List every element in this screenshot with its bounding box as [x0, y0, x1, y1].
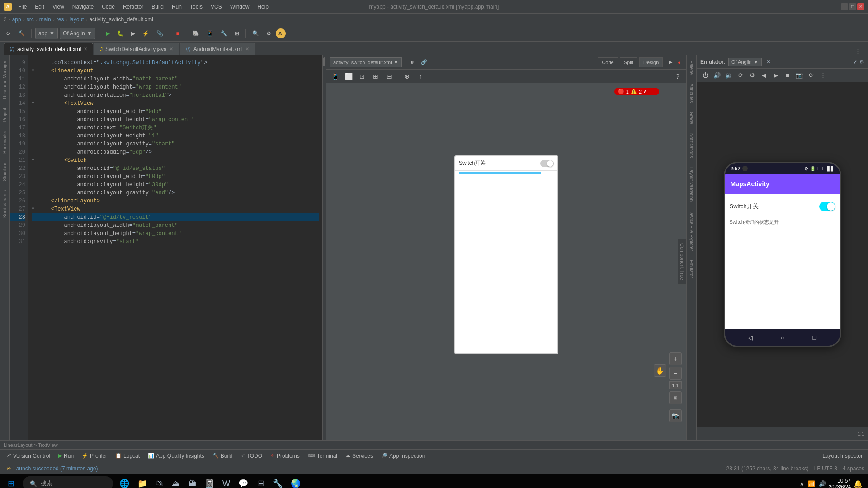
device-dropdown[interactable]: Of Anglin ▼ — [60, 28, 95, 39]
design-stop-btn[interactable]: ● — [676, 57, 683, 67]
tab-close-xml[interactable]: ✕ — [84, 47, 87, 52]
taskbar-rdp[interactable]: 🖥 — [253, 475, 268, 488]
sidebar-tab-resource-manager[interactable]: Resource Manager — [1, 57, 9, 103]
sidebar-tab-bookmarks[interactable]: Bookmarks — [1, 127, 9, 157]
design-orientation-btn[interactable]: 📱 — [330, 71, 340, 81]
design-code-btn[interactable]: Code — [598, 57, 618, 67]
emu-dots-btn[interactable]: ⋮ — [818, 70, 828, 80]
menu-edit[interactable]: Edit — [31, 3, 48, 11]
hand-tool-btn[interactable]: ✋ — [654, 364, 666, 377]
breadcrumb-app[interactable]: app — [12, 16, 21, 23]
emu-recent-btn[interactable]: □ — [810, 333, 819, 342]
design-file-selector[interactable]: activity_switch_default.xml ▼ — [330, 57, 402, 67]
run-button[interactable]: ▶ — [103, 28, 113, 39]
breadcrumb-src[interactable]: src — [27, 16, 34, 23]
sidebar-tab-attributes[interactable]: Attributes — [688, 80, 695, 106]
tab-java-switch[interactable]: J SwitchDefaultActivity.java ✕ — [94, 43, 179, 55]
emu-home-btn[interactable]: ○ — [778, 333, 787, 342]
toolbar-sync-btn[interactable]: ⟳ — [4, 28, 14, 39]
menu-navigate[interactable]: Navigate — [69, 3, 97, 11]
tab-close-java[interactable]: ✕ — [170, 47, 173, 52]
notification-center-btn[interactable]: 🔔 — [854, 479, 863, 488]
menu-tools[interactable]: Tools — [186, 3, 206, 11]
screenshot-btn[interactable]: 📷 — [669, 409, 682, 422]
app-quality-btn[interactable]: 📊 App Quality Insights — [144, 451, 208, 461]
tab-close-manifest[interactable]: ✕ — [245, 47, 249, 52]
fold-icon-10[interactable]: ▼ — [32, 67, 38, 75]
sidebar-tab-structure[interactable]: Structure — [1, 159, 9, 185]
design-canvas[interactable]: 🔴 1 ⚠️ 2 ∧ ⋯ Switch开关 ✋ + − 1:1 — [326, 83, 686, 440]
emu-more-btn[interactable]: ⟳ — [806, 70, 816, 80]
breadcrumb-main[interactable]: main — [39, 16, 51, 23]
taskbar-search[interactable]: 🔍 搜索 — [23, 476, 113, 488]
design-eye-btn[interactable]: 👁 — [408, 57, 416, 67]
profiler-btn[interactable]: ⚡ Profiler — [78, 451, 111, 461]
terminal-btn[interactable]: ⌨ Terminal — [304, 451, 341, 461]
taskbar-edge[interactable]: 🌐 — [116, 475, 133, 488]
menu-view[interactable]: View — [49, 3, 68, 11]
debug-button[interactable]: 🐛 — [114, 28, 127, 39]
close-button[interactable]: ✕ — [857, 3, 864, 10]
attach-btn[interactable]: 📎 — [154, 28, 166, 39]
profile-btn[interactable]: ⚡ — [140, 28, 152, 39]
sync-gradle-btn[interactable]: 🐘 — [190, 28, 202, 39]
code-content[interactable]: tools:context=".switchpg.SwitchDefaultAc… — [28, 55, 322, 440]
emu-stop-btn[interactable]: ■ — [783, 70, 793, 80]
layout-inspector-btn[interactable]: Layout Inspector — [819, 451, 866, 461]
breadcrumb-res[interactable]: res — [57, 16, 64, 23]
todo-btn[interactable]: ✓ TODO — [237, 451, 266, 461]
taskbar-clock[interactable]: 10:57 2023/6/24 — [829, 478, 851, 488]
avd-manager-btn[interactable]: 📱 — [204, 28, 216, 39]
taskbar-app3[interactable]: 🔧 — [269, 475, 286, 488]
tab-xml-default[interactable]: ⟨/⟩ activity_switch_default.xml ✕ — [4, 43, 93, 55]
taskbar-app2[interactable]: 🏔 — [184, 475, 200, 488]
emu-snap-btn[interactable]: 📷 — [794, 70, 804, 80]
more-btn[interactable]: ⋯ — [651, 89, 656, 94]
settings-btn[interactable]: ⚙ — [264, 28, 274, 39]
emu-next-btn[interactable]: ▶ — [771, 70, 781, 80]
logcat-btn[interactable]: 📋 Logcat — [112, 451, 143, 461]
emulator-expand-btn[interactable]: ⤢ — [853, 59, 858, 65]
editor-scrollbar[interactable] — [322, 55, 326, 440]
breadcrumb-file[interactable]: activity_switch_default.xml — [89, 16, 153, 23]
component-tree-tab[interactable]: Component Tree — [678, 239, 686, 284]
breadcrumb-layout[interactable]: layout — [69, 16, 84, 23]
design-split-btn[interactable]: Split — [620, 57, 637, 67]
sdk-manager-btn[interactable]: 🔧 — [218, 28, 230, 39]
sidebar-tab-notifications[interactable]: Notifications — [688, 130, 695, 161]
sidebar-tab-project[interactable]: Project — [1, 104, 9, 126]
tray-volume[interactable]: 🔊 — [819, 480, 826, 487]
menu-build[interactable]: Build — [148, 3, 167, 11]
emu-prev-btn[interactable]: ◀ — [759, 70, 769, 80]
emulator-device-selector[interactable]: Of Anglin ▼ — [728, 58, 762, 66]
structure-btn[interactable]: ⊞ — [232, 28, 242, 39]
menu-run[interactable]: Run — [168, 3, 185, 11]
zoom-level[interactable]: 1:1 — [669, 381, 682, 389]
design-arrow-up-btn[interactable]: ↑ — [415, 71, 425, 81]
version-control-btn[interactable]: ⎇ Version Control — [2, 451, 54, 461]
emu-back-btn[interactable]: ◁ — [745, 333, 755, 342]
emu-vol-up-btn[interactable]: 🔊 — [712, 70, 722, 80]
sidebar-tab-device-file-explorer[interactable]: Device File Explorer — [688, 207, 695, 254]
menu-file[interactable]: File — [14, 3, 30, 11]
app-dropdown[interactable]: app ▼ — [35, 28, 58, 39]
build-btn[interactable]: 🔨 Build — [209, 451, 236, 461]
toolbar-build-btn[interactable]: 🔨 — [15, 28, 28, 39]
expand-btn[interactable]: ∧ — [643, 89, 647, 94]
design-align-btn[interactable]: ⊕ — [402, 71, 412, 81]
maximize-button[interactable]: □ — [849, 3, 856, 10]
run-with-coverage-btn[interactable]: ▶ — [128, 28, 138, 39]
tray-up-arrow[interactable]: ∧ — [800, 480, 804, 487]
design-run-btn[interactable]: ▶ — [667, 57, 674, 67]
emu-power-btn[interactable]: ⏻ — [700, 70, 710, 80]
taskbar-app1[interactable]: ⛰ — [168, 475, 184, 488]
design-responsive-btn[interactable]: ⊡ — [357, 71, 367, 81]
search-everywhere-btn[interactable]: 🔍 — [250, 28, 262, 39]
design-tablet-btn[interactable]: ⬜ — [344, 71, 354, 81]
design-help-btn[interactable]: ? — [673, 71, 683, 81]
design-constraint-btn[interactable]: ⊞ — [371, 71, 381, 81]
more-tabs-btn[interactable]: ⋮ — [855, 48, 861, 55]
emu-toggle[interactable] — [819, 202, 835, 211]
menu-help[interactable]: Help — [254, 3, 272, 11]
menu-vcs[interactable]: VCS — [207, 3, 226, 11]
